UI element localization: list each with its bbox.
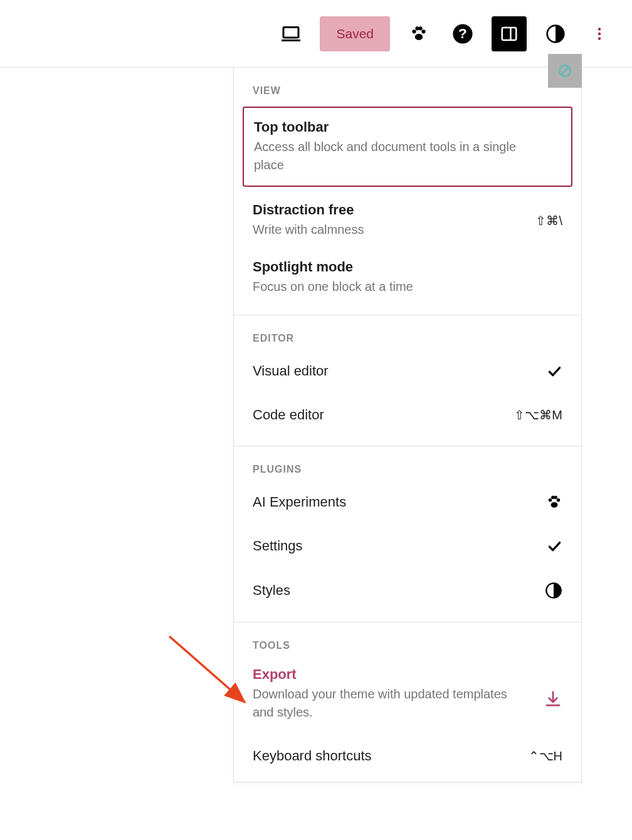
- svg-text:?: ?: [458, 25, 467, 41]
- section-label-tools: TOOLS: [234, 622, 581, 656]
- svg-line-15: [562, 68, 569, 75]
- floating-badge[interactable]: [548, 54, 582, 88]
- dots-vertical-icon: [591, 26, 608, 42]
- menu-item-keyboard-shortcuts[interactable]: Keyboard shortcuts ⌃⌥H: [234, 734, 581, 782]
- menu-item-title: AI Experiments: [253, 494, 346, 510]
- help-icon: ?: [452, 23, 473, 45]
- download-icon: [544, 690, 562, 708]
- sidebar-panel-icon: [500, 24, 519, 43]
- shortcut-label: ⇧⌘\: [535, 213, 562, 228]
- shortcut-label: ⌃⌥H: [529, 748, 562, 764]
- menu-item-title: Distraction free: [253, 202, 562, 218]
- paw-icon: [546, 494, 562, 510]
- menu-item-desc: Access all block and document tools in a…: [254, 138, 524, 174]
- menu-item-desc: Focus on one block at a time: [253, 278, 522, 296]
- settings-panel-button[interactable]: [492, 16, 527, 51]
- menu-item-settings[interactable]: Settings: [234, 524, 581, 568]
- refresh-icon: [557, 63, 573, 79]
- svg-point-13: [598, 37, 601, 39]
- svg-point-3: [418, 26, 422, 30]
- menu-item-title: Export: [253, 666, 562, 683]
- shortcut-label: ⇧⌥⌘M: [514, 407, 562, 423]
- svg-point-20: [551, 502, 558, 508]
- svg-point-18: [554, 496, 557, 499]
- svg-point-19: [557, 498, 560, 501]
- menu-item-distraction-free[interactable]: Distraction free Write with calmness ⇧⌘\: [234, 192, 581, 249]
- section-label-plugins: PLUGINS: [234, 446, 581, 480]
- laptop-icon: [280, 23, 302, 45]
- menu-item-title: Spotlight mode: [253, 259, 562, 275]
- menu-item-title: Styles: [253, 582, 290, 599]
- menu-item-title: Settings: [253, 538, 303, 554]
- more-options-button[interactable]: [584, 19, 614, 49]
- styles-button[interactable]: [540, 19, 571, 49]
- svg-point-4: [421, 29, 425, 33]
- svg-point-1: [412, 29, 416, 33]
- menu-item-title: Keyboard shortcuts: [253, 748, 372, 764]
- menu-item-ai-experiments[interactable]: AI Experiments: [234, 480, 581, 524]
- menu-item-code-editor[interactable]: Code editor ⇧⌥⌘M: [234, 393, 581, 437]
- help-button[interactable]: ?: [448, 19, 478, 49]
- menu-item-spotlight-mode[interactable]: Spotlight mode Focus on one block at a t…: [234, 249, 581, 306]
- svg-point-11: [598, 28, 601, 30]
- menu-item-title: Visual editor: [253, 363, 329, 379]
- menu-item-title: Top toolbar: [254, 119, 561, 135]
- paw-icon: [409, 24, 428, 43]
- menu-item-desc: Write with calmness: [253, 221, 522, 239]
- svg-point-16: [549, 498, 552, 501]
- plugin-paw-button[interactable]: [404, 19, 434, 49]
- svg-point-5: [415, 34, 423, 40]
- check-icon: [546, 538, 562, 554]
- saved-label: Saved: [336, 26, 374, 41]
- svg-rect-0: [283, 27, 298, 38]
- menu-item-visual-editor[interactable]: Visual editor: [234, 349, 581, 393]
- options-menu: VIEW Top toolbar Access all block and do…: [233, 68, 582, 782]
- menu-item-desc: Download your theme with updated templat…: [253, 685, 522, 722]
- saved-button[interactable]: Saved: [320, 16, 390, 51]
- menu-item-styles[interactable]: Styles: [234, 568, 581, 613]
- menu-item-top-toolbar[interactable]: Top toolbar Access all block and documen…: [243, 107, 572, 187]
- menu-item-title: Code editor: [253, 407, 324, 423]
- check-icon: [546, 363, 562, 379]
- section-label-view: VIEW: [234, 68, 581, 102]
- half-circle-icon: [545, 24, 566, 44]
- half-circle-icon: [545, 582, 562, 599]
- device-preview-button[interactable]: [276, 19, 306, 49]
- svg-rect-8: [502, 28, 517, 40]
- svg-point-12: [598, 32, 601, 34]
- top-toolbar: Saved ?: [0, 0, 632, 68]
- menu-item-export[interactable]: Export Download your theme with updated …: [234, 656, 581, 734]
- section-label-editor: EDITOR: [234, 315, 581, 349]
